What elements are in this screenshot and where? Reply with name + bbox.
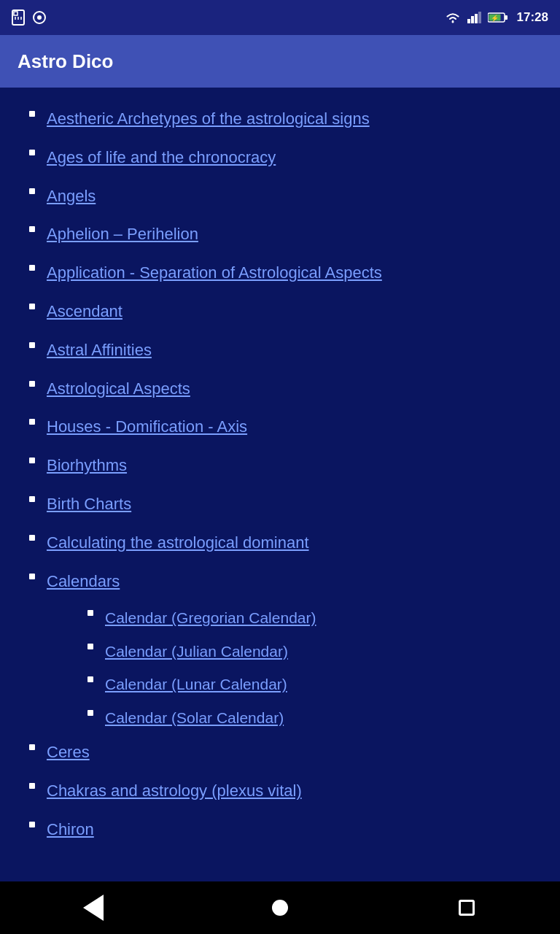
bullet-icon <box>29 783 35 789</box>
link-calendar-lunar[interactable]: Calendar (Lunar Calendar) <box>105 674 287 695</box>
list-item-calendar-julian: Calendar (Julian Calendar) <box>88 636 542 666</box>
bullet-icon <box>29 419 35 425</box>
svg-point-7 <box>451 21 454 23</box>
list-item-angels: Angels <box>29 180 542 214</box>
recent-square-icon <box>459 900 475 916</box>
list-item-calculating-dominant: Calculating the astrological dominant <box>29 526 542 560</box>
svg-rect-9 <box>471 16 474 23</box>
bullet-icon <box>29 111 35 117</box>
list-item-aestheric-archetypes: Aestheric Archetypes of the astrological… <box>29 102 542 136</box>
svg-rect-1 <box>14 12 18 15</box>
circle-dot-icon <box>32 10 47 25</box>
bullet-icon <box>29 744 35 750</box>
list-item-calendar-solar: Calendar (Solar Calendar) <box>88 703 542 733</box>
sub-list-calendars: Calendar (Gregorian Calendar)Calendar (J… <box>29 603 542 733</box>
bullet-icon <box>29 226 35 232</box>
link-biorhythms[interactable]: Biorhythms <box>47 455 127 477</box>
link-astral-affinities[interactable]: Astral Affinities <box>47 339 152 362</box>
bullet-icon <box>29 188 35 194</box>
bullet-icon <box>29 304 35 309</box>
list-item-biorhythms: Biorhythms <box>29 449 542 483</box>
app-title: Astro Dico <box>18 50 113 73</box>
signal-icon <box>467 12 482 23</box>
bullet-icon <box>29 265 35 271</box>
svg-rect-10 <box>475 14 478 23</box>
link-birth-charts[interactable]: Birth Charts <box>47 493 131 516</box>
nav-home-button[interactable] <box>258 886 302 930</box>
status-bar-left-icons <box>12 9 47 26</box>
bullet-icon <box>88 710 93 716</box>
bullet-icon <box>88 610 93 616</box>
list-item-ceres: Ceres <box>29 736 542 770</box>
bullet-icon <box>29 574 35 579</box>
bullet-icon <box>29 150 35 155</box>
svg-rect-11 <box>478 12 481 23</box>
list-item-aphelion-perihelion: Aphelion – Perihelion <box>29 217 542 252</box>
list-item-application-separation: Application - Separation of Astrological… <box>29 256 542 290</box>
app-bar: Astro Dico <box>0 35 560 88</box>
list-item-chakras-astrology: Chakras and astrology (plexus vital) <box>29 774 542 808</box>
bullet-icon <box>29 496 35 502</box>
link-chakras-astrology[interactable]: Chakras and astrology (plexus vital) <box>47 780 302 803</box>
list-item-houses-domification: Houses - Domification - Axis <box>29 410 542 444</box>
link-angels[interactable]: Angels <box>47 185 96 208</box>
list-item-astrological-aspects: Astrological Aspects <box>29 372 542 406</box>
link-houses-domification[interactable]: Houses - Domification - Axis <box>47 416 247 439</box>
bullet-icon <box>29 381 35 387</box>
link-astrological-aspects[interactable]: Astrological Aspects <box>47 378 190 401</box>
status-time: 17:28 <box>517 10 548 25</box>
link-ascendant[interactable]: Ascendant <box>47 301 122 323</box>
bullet-icon <box>29 458 35 463</box>
bullet-icon <box>29 535 35 541</box>
wifi-icon <box>444 11 462 24</box>
list-item-ages-of-life: Ages of life and the chronocracy <box>29 141 542 175</box>
list-item-calendar-gregorian: Calendar (Gregorian Calendar) <box>88 603 542 633</box>
status-bar-right-icons: ⚡ 17:28 <box>444 10 548 25</box>
nav-recent-button[interactable] <box>445 886 489 930</box>
link-chiron[interactable]: Chiron <box>47 819 94 841</box>
back-arrow-icon <box>83 895 104 921</box>
svg-text:⚡: ⚡ <box>490 14 499 23</box>
list-item-calendars: Calendars <box>29 565 542 599</box>
list-item-birth-charts: Birth Charts <box>29 487 542 522</box>
navigation-bar <box>0 881 560 934</box>
link-calendars[interactable]: Calendars <box>47 571 120 593</box>
bullet-icon <box>88 644 93 649</box>
link-aestheric-archetypes[interactable]: Aestheric Archetypes of the astrological… <box>47 108 370 131</box>
list-item-calendar-lunar: Calendar (Lunar Calendar) <box>88 669 542 699</box>
status-bar: ⚡ 17:28 <box>0 0 560 35</box>
svg-point-6 <box>37 15 42 20</box>
link-application-separation[interactable]: Application - Separation of Astrological… <box>47 262 382 285</box>
link-calendar-julian[interactable]: Calendar (Julian Calendar) <box>105 641 288 662</box>
link-calendar-solar[interactable]: Calendar (Solar Calendar) <box>105 707 284 728</box>
bullet-icon <box>88 676 93 682</box>
home-circle-icon <box>272 900 288 916</box>
content-area: Aestheric Archetypes of the astrological… <box>0 88 560 881</box>
link-ceres[interactable]: Ceres <box>47 741 90 764</box>
bullet-icon <box>29 342 35 348</box>
svg-rect-15 <box>505 15 508 20</box>
list-item-astral-affinities: Astral Affinities <box>29 333 542 368</box>
link-calculating-dominant[interactable]: Calculating the astrological dominant <box>47 532 309 555</box>
list-item-chiron: Chiron <box>29 813 542 847</box>
nav-back-button[interactable] <box>71 886 115 930</box>
sd-card-icon <box>12 9 25 26</box>
link-calendar-gregorian[interactable]: Calendar (Gregorian Calendar) <box>105 607 316 628</box>
battery-icon: ⚡ <box>488 12 508 23</box>
link-ages-of-life[interactable]: Ages of life and the chronocracy <box>47 147 276 169</box>
link-aphelion-perihelion[interactable]: Aphelion – Perihelion <box>47 223 198 246</box>
list-item-ascendant: Ascendant <box>29 295 542 329</box>
bullet-icon <box>29 822 35 827</box>
svg-rect-8 <box>467 19 470 23</box>
